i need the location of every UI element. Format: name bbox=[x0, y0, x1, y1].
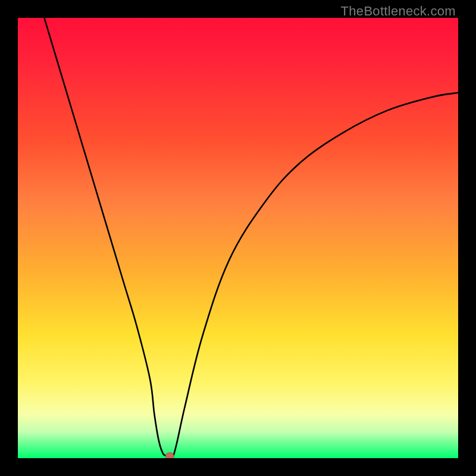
marker-dot bbox=[165, 453, 174, 458]
chart-frame: TheBottleneck.com bbox=[0, 0, 476, 476]
watermark-text: TheBottleneck.com bbox=[341, 4, 456, 19]
chart-overlay bbox=[18, 18, 458, 458]
bottleneck-curve bbox=[44, 18, 458, 458]
